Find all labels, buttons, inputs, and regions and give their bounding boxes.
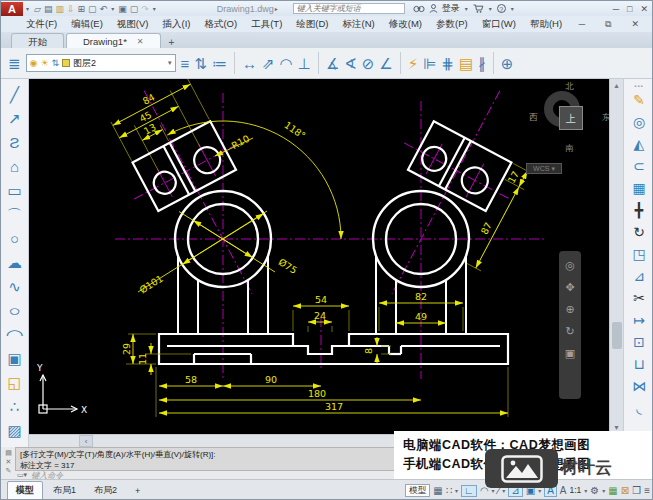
angular-icon[interactable]: ∡ [326, 56, 339, 71]
stretch-icon[interactable]: ⊿ [633, 265, 645, 287]
ordinate-icon[interactable]: ⊥ [298, 56, 311, 71]
doc-restore-button[interactable]: ⧉ [598, 19, 618, 30]
menu-file[interactable]: 文件(F) [19, 18, 64, 31]
scroll-down-icon[interactable]: ▼ [610, 424, 623, 431]
otrack-caret-icon[interactable]: ▾ [502, 488, 505, 494]
hatch-icon[interactable]: ▨ [7, 418, 21, 442]
saveas-icon[interactable]: ▥ [55, 4, 64, 14]
line-icon[interactable]: ╱ [10, 82, 19, 106]
angle-icon[interactable]: ∠ [379, 56, 392, 71]
sheet-icon[interactable]: ▢ [130, 4, 139, 14]
layer-select[interactable]: ◉ ☀ ⇅ 图层2 ▾ [26, 54, 176, 72]
view-cube-west-label[interactable]: 西 [529, 112, 538, 124]
print-icon[interactable]: ⊞ [78, 4, 86, 14]
menu-tools[interactable]: 工具(T) [244, 18, 289, 31]
navigation-bar[interactable]: ◎ ✥ ⊕ ↻ ▣ [559, 251, 581, 399]
dim-spacing-icon[interactable]: ▤ [459, 56, 473, 71]
scale-icon[interactable]: ◳ [632, 243, 645, 265]
construction-line-icon[interactable]: ↗ [8, 106, 21, 130]
new-icon[interactable]: ▢ [88, 4, 97, 14]
ellipse-arc-icon[interactable]: ◠ [8, 322, 21, 346]
mirror-icon[interactable]: ◭ [634, 133, 645, 155]
grid-icon[interactable]: ▦ [433, 486, 442, 496]
menu-insert[interactable]: 插入(I) [155, 18, 197, 31]
wcs-dropdown[interactable]: WCS ▾ [526, 163, 562, 174]
erase-icon[interactable]: ✎ [633, 89, 645, 111]
osnap-caret-icon[interactable]: ▾ [538, 488, 541, 494]
app-menu-caret-icon[interactable]: ▾ [26, 5, 29, 12]
polygon-icon[interactable]: ⌂ [10, 154, 19, 178]
layer-prop-icon[interactable]: ≔ [212, 56, 227, 71]
login-button[interactable]: 登录 [442, 2, 460, 15]
tab-start[interactable]: 开始 [11, 33, 64, 48]
command-close-icon[interactable]: ✕ [6, 458, 12, 466]
open-icon[interactable]: ▱ [34, 4, 41, 14]
customization-menu-icon[interactable]: ≡ [644, 486, 650, 496]
linear-dimension-icon[interactable]: ↔ [242, 56, 257, 71]
login-caret-icon[interactable]: ▾ [465, 5, 468, 12]
fillet-icon[interactable]: ◟ [636, 397, 641, 419]
add-layout-button[interactable]: + [127, 484, 148, 498]
angular2-icon[interactable]: ∢ [344, 56, 357, 71]
tab-drawing1[interactable]: Drawing1* ✕ [66, 33, 161, 48]
scroll-left-icon[interactable]: ‹ [79, 435, 93, 447]
insert-block-icon[interactable]: ▣ [7, 346, 21, 370]
window-close-button[interactable]: ✕ [640, 4, 648, 14]
doc-close-button[interactable]: ✕ [624, 19, 646, 30]
undo-icon[interactable]: ↶ [100, 4, 108, 14]
join-icon[interactable]: ⋈ [632, 375, 646, 397]
break-icon[interactable]: ⊔ [634, 353, 645, 375]
baseline-dim-icon[interactable]: ⊫ [423, 56, 436, 71]
snap-icon[interactable]: ∷ [446, 486, 452, 496]
arc-icon[interactable]: ⌒ [7, 202, 22, 226]
tray-icon[interactable]: ⊠ [621, 486, 629, 496]
undo-caret-icon[interactable]: ▾ [111, 5, 114, 12]
gear-caret-icon[interactable]: ▾ [602, 488, 605, 494]
view-cube-top-face[interactable]: 上 [559, 106, 583, 130]
ellipse-icon[interactable]: ○ [10, 298, 19, 322]
qat-more-caret-icon[interactable]: ▾ [153, 5, 156, 12]
rotate-icon[interactable]: ↻ [633, 221, 645, 243]
polyline-icon[interactable]: Ƨ [9, 130, 19, 154]
array-icon[interactable]: ▦ [632, 177, 645, 199]
aligned-dimension-icon[interactable]: ⇗ [262, 56, 275, 71]
layer-properties-icon[interactable]: ≣ [8, 56, 21, 71]
search-input[interactable] [293, 3, 405, 14]
pan-icon[interactable]: ✥ [565, 281, 574, 294]
center-mark-icon[interactable]: ⊕ [501, 56, 514, 71]
move-icon[interactable]: ╋ [635, 199, 643, 221]
help-caret-icon[interactable]: ▾ [511, 5, 514, 12]
vertical-scroll-thumb[interactable] [612, 322, 622, 349]
spline-icon[interactable]: ∿ [8, 274, 21, 298]
showmotion-icon[interactable]: ▣ [565, 347, 575, 360]
menu-window[interactable]: 窗口(W) [475, 18, 523, 31]
export-icon[interactable]: ⇩ [67, 4, 75, 14]
view-cube-south-label[interactable]: 南 [565, 143, 574, 155]
menu-draw[interactable]: 绘图(D) [289, 18, 335, 31]
snap-caret-icon[interactable]: ▾ [455, 488, 458, 494]
polar-caret-icon[interactable]: ▾ [492, 488, 495, 494]
model-space-button[interactable]: 模型 [405, 484, 430, 497]
binoculars-search-icon[interactable] [413, 4, 425, 13]
view-cube-north-label[interactable]: 北 [565, 81, 574, 93]
menu-edit[interactable]: 编辑(E) [64, 18, 110, 31]
new-tab-button[interactable]: + [169, 37, 175, 48]
apps-caret-icon[interactable]: ▾ [489, 5, 492, 12]
anno-auto-icon[interactable]: A [560, 486, 567, 496]
save-icon[interactable]: ▤ [44, 4, 53, 14]
layer-updown-icon[interactable]: ⇅ [194, 56, 207, 71]
point-icon[interactable]: ∴ [10, 394, 20, 418]
layer-state-icon[interactable]: ≡ [181, 56, 190, 71]
ortho-icon[interactable]: ∟ [461, 485, 477, 497]
continue-dim-icon[interactable]: ⋕ [441, 56, 454, 71]
scale-caret-icon[interactable]: ▾ [584, 488, 587, 494]
gear-icon[interactable]: ⚙ [590, 486, 599, 496]
menu-view[interactable]: 视图(V) [110, 18, 156, 31]
dim-break-icon[interactable]: ∦ [478, 56, 486, 71]
scroll-up-icon[interactable]: ▲ [610, 82, 623, 89]
help-icon[interactable]: ? [497, 4, 506, 13]
zoom-icon[interactable]: ⊕ [565, 303, 574, 316]
quick-dim-icon[interactable]: ⚡ [408, 56, 419, 71]
circle-icon[interactable]: ○ [10, 226, 19, 250]
full-nav-wheel-icon[interactable]: ◎ [565, 259, 575, 272]
